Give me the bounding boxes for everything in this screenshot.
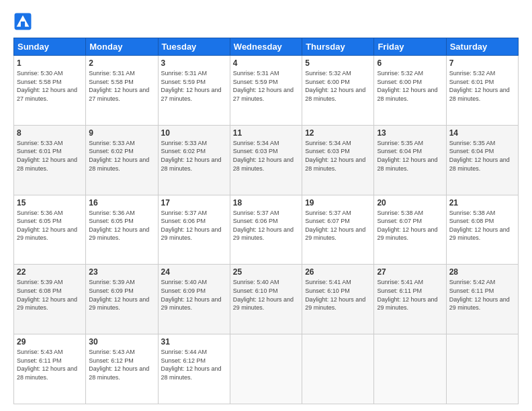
day-info: Sunrise: 5:39 AM Sunset: 6:09 PM Dayligh… — [89, 278, 154, 312]
day-info: Sunrise: 5:43 AM Sunset: 6:11 PM Dayligh… — [17, 348, 83, 381]
week-row-1: 1 Sunrise: 5:30 AM Sunset: 5:58 PM Dayli… — [14, 56, 519, 126]
day-info: Sunrise: 5:33 AM Sunset: 6:02 PM Dayligh… — [161, 139, 227, 173]
day-info: Sunrise: 5:31 AM Sunset: 5:59 PM Dayligh… — [233, 69, 299, 103]
calendar-header-row: SundayMondayTuesdayWednesdayThursdayFrid… — [14, 38, 519, 56]
day-number: 21 — [449, 198, 515, 208]
day-cell-6: 6 Sunrise: 5:32 AM Sunset: 6:00 PM Dayli… — [374, 56, 446, 126]
day-info: Sunrise: 5:32 AM Sunset: 6:01 PM Dayligh… — [449, 69, 515, 103]
day-cell-26: 26 Sunrise: 5:41 AM Sunset: 6:10 PM Dayl… — [302, 265, 374, 334]
day-cell-5: 5 Sunrise: 5:32 AM Sunset: 6:00 PM Dayli… — [302, 56, 374, 126]
day-cell-30: 30 Sunrise: 5:43 AM Sunset: 6:12 PM Dayl… — [86, 334, 158, 404]
day-info: Sunrise: 5:35 AM Sunset: 6:04 PM Dayligh… — [449, 139, 515, 173]
day-info: Sunrise: 5:41 AM Sunset: 6:10 PM Dayligh… — [305, 278, 371, 312]
day-info: Sunrise: 5:39 AM Sunset: 6:08 PM Dayligh… — [17, 278, 83, 312]
day-number: 7 — [449, 58, 515, 68]
day-cell-2: 2 Sunrise: 5:31 AM Sunset: 5:58 PM Dayli… — [86, 56, 158, 126]
day-info: Sunrise: 5:42 AM Sunset: 6:11 PM Dayligh… — [449, 278, 515, 312]
day-number: 26 — [305, 267, 371, 277]
day-number: 11 — [233, 128, 299, 138]
day-cell-17: 17 Sunrise: 5:37 AM Sunset: 6:06 PM Dayl… — [158, 195, 230, 265]
day-cell-13: 13 Sunrise: 5:35 AM Sunset: 6:04 PM Dayl… — [374, 125, 446, 195]
day-info: Sunrise: 5:32 AM Sunset: 6:00 PM Dayligh… — [377, 69, 443, 103]
day-cell-19: 19 Sunrise: 5:37 AM Sunset: 6:07 PM Dayl… — [302, 195, 374, 265]
day-info: Sunrise: 5:32 AM Sunset: 6:00 PM Dayligh… — [305, 69, 371, 103]
day-info: Sunrise: 5:44 AM Sunset: 6:12 PM Dayligh… — [161, 348, 227, 381]
day-info: Sunrise: 5:38 AM Sunset: 6:08 PM Dayligh… — [449, 209, 515, 242]
day-info: Sunrise: 5:38 AM Sunset: 6:07 PM Dayligh… — [377, 209, 443, 242]
day-info: Sunrise: 5:36 AM Sunset: 6:05 PM Dayligh… — [89, 209, 154, 242]
day-cell-11: 11 Sunrise: 5:34 AM Sunset: 6:03 PM Dayl… — [230, 125, 302, 195]
day-cell-12: 12 Sunrise: 5:34 AM Sunset: 6:03 PM Dayl… — [302, 125, 374, 195]
day-info: Sunrise: 5:40 AM Sunset: 6:09 PM Dayligh… — [161, 278, 227, 312]
logo — [13, 12, 36, 31]
day-cell-16: 16 Sunrise: 5:36 AM Sunset: 6:05 PM Dayl… — [86, 195, 158, 265]
day-number: 28 — [449, 267, 515, 277]
day-cell-27: 27 Sunrise: 5:41 AM Sunset: 6:11 PM Dayl… — [374, 265, 446, 334]
day-number: 4 — [233, 58, 299, 68]
day-header-thursday: Thursday — [302, 38, 374, 56]
day-number: 23 — [89, 267, 154, 277]
day-number: 13 — [377, 128, 443, 138]
day-info: Sunrise: 5:40 AM Sunset: 6:10 PM Dayligh… — [233, 278, 299, 312]
empty-cell — [374, 334, 446, 404]
day-cell-22: 22 Sunrise: 5:39 AM Sunset: 6:08 PM Dayl… — [14, 265, 86, 334]
day-number: 10 — [161, 128, 227, 138]
day-cell-4: 4 Sunrise: 5:31 AM Sunset: 5:59 PM Dayli… — [230, 56, 302, 126]
day-cell-25: 25 Sunrise: 5:40 AM Sunset: 6:10 PM Dayl… — [230, 265, 302, 334]
day-header-friday: Friday — [374, 38, 446, 56]
day-info: Sunrise: 5:34 AM Sunset: 6:03 PM Dayligh… — [233, 139, 299, 173]
day-info: Sunrise: 5:35 AM Sunset: 6:04 PM Dayligh… — [377, 139, 443, 173]
day-number: 18 — [233, 198, 299, 208]
day-header-sunday: Sunday — [14, 38, 86, 56]
day-info: Sunrise: 5:37 AM Sunset: 6:06 PM Dayligh… — [161, 209, 227, 242]
day-number: 20 — [377, 198, 443, 208]
day-cell-9: 9 Sunrise: 5:33 AM Sunset: 6:02 PM Dayli… — [86, 125, 158, 195]
day-number: 22 — [17, 267, 83, 277]
day-info: Sunrise: 5:37 AM Sunset: 6:07 PM Dayligh… — [305, 209, 371, 242]
day-info: Sunrise: 5:31 AM Sunset: 5:58 PM Dayligh… — [89, 69, 154, 103]
day-number: 27 — [377, 267, 443, 277]
day-cell-18: 18 Sunrise: 5:37 AM Sunset: 6:06 PM Dayl… — [230, 195, 302, 265]
page: SundayMondayTuesdayWednesdayThursdayFrid… — [0, 0, 532, 411]
day-number: 25 — [233, 267, 299, 277]
empty-cell — [446, 334, 518, 404]
week-row-5: 29 Sunrise: 5:43 AM Sunset: 6:11 PM Dayl… — [14, 334, 519, 404]
day-number: 19 — [305, 198, 371, 208]
day-cell-1: 1 Sunrise: 5:30 AM Sunset: 5:58 PM Dayli… — [14, 56, 86, 126]
day-number: 12 — [305, 128, 371, 138]
day-cell-23: 23 Sunrise: 5:39 AM Sunset: 6:09 PM Dayl… — [86, 265, 158, 334]
day-number: 9 — [89, 128, 154, 138]
day-number: 6 — [377, 58, 443, 68]
day-cell-24: 24 Sunrise: 5:40 AM Sunset: 6:09 PM Dayl… — [158, 265, 230, 334]
week-row-3: 15 Sunrise: 5:36 AM Sunset: 6:05 PM Dayl… — [14, 195, 519, 265]
day-number: 15 — [17, 198, 83, 208]
day-header-saturday: Saturday — [446, 38, 518, 56]
day-info: Sunrise: 5:37 AM Sunset: 6:06 PM Dayligh… — [233, 209, 299, 242]
day-cell-3: 3 Sunrise: 5:31 AM Sunset: 5:59 PM Dayli… — [158, 56, 230, 126]
day-info: Sunrise: 5:30 AM Sunset: 5:58 PM Dayligh… — [17, 69, 83, 103]
empty-cell — [230, 334, 302, 404]
day-info: Sunrise: 5:34 AM Sunset: 6:03 PM Dayligh… — [305, 139, 371, 173]
week-row-2: 8 Sunrise: 5:33 AM Sunset: 6:01 PM Dayli… — [14, 125, 519, 195]
day-number: 3 — [161, 58, 227, 68]
day-number: 29 — [17, 337, 83, 347]
empty-cell — [302, 334, 374, 404]
day-number: 8 — [17, 128, 83, 138]
day-cell-7: 7 Sunrise: 5:32 AM Sunset: 6:01 PM Dayli… — [446, 56, 518, 126]
logo-icon — [13, 12, 32, 31]
day-cell-31: 31 Sunrise: 5:44 AM Sunset: 6:12 PM Dayl… — [158, 334, 230, 404]
day-cell-20: 20 Sunrise: 5:38 AM Sunset: 6:07 PM Dayl… — [374, 195, 446, 265]
day-number: 16 — [89, 198, 154, 208]
day-cell-8: 8 Sunrise: 5:33 AM Sunset: 6:01 PM Dayli… — [14, 125, 86, 195]
day-info: Sunrise: 5:33 AM Sunset: 6:02 PM Dayligh… — [89, 139, 154, 173]
day-number: 14 — [449, 128, 515, 138]
week-row-4: 22 Sunrise: 5:39 AM Sunset: 6:08 PM Dayl… — [14, 265, 519, 334]
day-number: 30 — [89, 337, 154, 347]
day-number: 24 — [161, 267, 227, 277]
day-cell-15: 15 Sunrise: 5:36 AM Sunset: 6:05 PM Dayl… — [14, 195, 86, 265]
day-number: 17 — [161, 198, 227, 208]
day-info: Sunrise: 5:41 AM Sunset: 6:11 PM Dayligh… — [377, 278, 443, 312]
day-header-tuesday: Tuesday — [158, 38, 230, 56]
day-cell-14: 14 Sunrise: 5:35 AM Sunset: 6:04 PM Dayl… — [446, 125, 518, 195]
day-info: Sunrise: 5:36 AM Sunset: 6:05 PM Dayligh… — [17, 209, 83, 242]
